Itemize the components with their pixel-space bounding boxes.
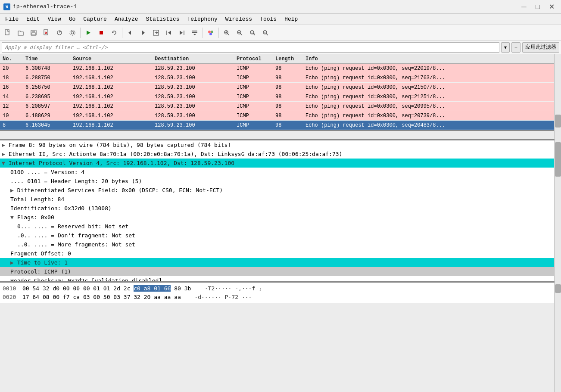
apply-filter-button[interactable]: 应用此过滤器 xyxy=(522,42,559,53)
hex-row: 0010 00 54 32 d0 00 00 00 01 01 2d 2c c0… xyxy=(3,284,552,293)
packet-scrollthumb[interactable] xyxy=(555,115,561,128)
expand-arrow: ▶ xyxy=(10,259,17,266)
detail-row[interactable]: Header Checksum: 0x2d2c [validation disa… xyxy=(0,276,554,281)
packet-row[interactable]: 18 6.288750 192.168.1.102 128.59.23.100 … xyxy=(0,73,554,83)
packet-row[interactable]: 8 6.163045 192.168.1.102 128.59.23.100 I… xyxy=(0,121,554,130)
packet-info: Echo (ping) request id=0x0300, seq=22019… xyxy=(304,65,554,72)
detail-text: 0... .... = Reserved bit: Not set xyxy=(17,223,128,230)
close-capture-button[interactable] xyxy=(41,27,53,39)
hex-row: 0020 17 64 08 00 f7 ca 03 00 50 03 37 32… xyxy=(3,293,552,302)
filter-add-button[interactable]: + xyxy=(511,42,520,53)
window-controls: ─ □ ✕ xyxy=(518,2,558,12)
detail-row[interactable]: Total Length: 84 xyxy=(0,195,554,204)
start-capture-button[interactable] xyxy=(82,27,94,39)
detail-row[interactable]: ▼ Flags: 0x00 xyxy=(0,213,554,222)
hex-ascii-highlight: ···f xyxy=(242,285,255,292)
app-icon: W xyxy=(3,3,10,10)
go-first-button[interactable] xyxy=(163,27,175,39)
filter-input[interactable] xyxy=(2,42,499,53)
detail-text: Protocol: ICMP (1) xyxy=(10,268,71,275)
expand-arrow: ▶ xyxy=(2,142,9,148)
hex-offset: 0020 xyxy=(3,293,19,302)
detail-row[interactable]: ▶ Time to Live: 1 xyxy=(0,258,554,267)
packet-len: 98 xyxy=(274,94,304,100)
detail-row[interactable]: ..0. .... = More fragments: Not set xyxy=(0,240,554,249)
detail-text: Flags: 0x00 xyxy=(17,214,54,221)
open-button[interactable] xyxy=(15,27,27,39)
detail-row[interactable]: .0.. .... = Don't fragment: Not set xyxy=(0,231,554,240)
detail-text: Total Length: 84 xyxy=(10,196,64,202)
detail-row[interactable]: ▶ Frame 8: 98 bytes on wire (784 bits), … xyxy=(0,140,554,149)
packet-time: 6.188629 xyxy=(24,113,71,119)
colorize-button[interactable] xyxy=(205,27,217,39)
packet-row[interactable]: 14 6.238695 192.168.1.102 128.59.23.100 … xyxy=(0,92,554,102)
packet-dst: 128.59.23.100 xyxy=(153,103,235,109)
go-back-button[interactable] xyxy=(124,27,136,39)
maximize-button[interactable]: □ xyxy=(532,2,544,12)
hex-highlight: c0 a8 01 66 xyxy=(134,285,171,292)
hex-scrolltrack xyxy=(555,284,561,392)
filter-dropdown-button[interactable]: ▾ xyxy=(501,42,510,53)
menu-item-wireless[interactable]: Wireless xyxy=(222,15,256,23)
menu-item-file[interactable]: File xyxy=(2,15,22,23)
detail-row[interactable]: 0100 .... = Version: 4 xyxy=(0,168,554,177)
details-scrollthumb[interactable] xyxy=(555,142,561,177)
menu-item-tools[interactable]: Tools xyxy=(256,15,280,23)
menu-item-help[interactable]: Help xyxy=(281,15,301,23)
menu-item-view[interactable]: View xyxy=(44,15,64,23)
new-button[interactable] xyxy=(2,27,14,39)
svg-line-29 xyxy=(228,34,229,35)
packet-time: 6.163045 xyxy=(24,122,71,128)
autoscroll-button[interactable] xyxy=(189,27,201,39)
hex-scrollthumb[interactable] xyxy=(555,284,561,293)
packet-no: 16 xyxy=(0,84,24,90)
close-button[interactable]: ✕ xyxy=(545,2,558,12)
go-last-button[interactable] xyxy=(176,27,188,39)
svg-point-8 xyxy=(71,31,74,34)
detail-text: Header Checksum: 0x2d2c [validation disa… xyxy=(10,277,162,281)
hex-scrollbar[interactable] xyxy=(554,283,561,392)
detail-row[interactable]: ▼ Internet Protocol Version 4, Src: 192.… xyxy=(0,159,554,168)
packet-row[interactable]: 12 6.208597 192.168.1.102 128.59.23.100 … xyxy=(0,102,554,111)
detail-row[interactable]: ▶ Ethernet II, Src: Actionte_8a:70:1a (0… xyxy=(0,149,554,159)
toolbar-separator-4 xyxy=(218,28,219,38)
detail-row[interactable]: 0... .... = Reserved bit: Not set xyxy=(0,222,554,231)
packet-row[interactable]: 10 6.188629 192.168.1.102 128.59.23.100 … xyxy=(0,111,554,121)
go-forward-button[interactable] xyxy=(137,27,149,39)
menu-item-statistics[interactable]: Statistics xyxy=(142,15,183,23)
reload-button[interactable] xyxy=(53,27,65,39)
toolbar-separator-3 xyxy=(203,28,203,38)
packet-proto: ICMP xyxy=(235,122,274,128)
capture-options-button[interactable] xyxy=(66,27,78,39)
packet-no: 12 xyxy=(0,103,24,109)
zoom-in-button[interactable] xyxy=(221,27,233,39)
zoom-reset-button[interactable]: 1:1 xyxy=(246,27,259,39)
detail-text: Fragment Offset: 0 xyxy=(10,250,71,257)
detail-row[interactable]: ▶ Differentiated Services Field: 0x00 (D… xyxy=(0,186,554,195)
restart-capture-button[interactable] xyxy=(108,27,120,39)
details-scrollbar[interactable] xyxy=(554,140,561,281)
menu-item-edit[interactable]: Edit xyxy=(23,15,43,23)
packet-len: 98 xyxy=(274,122,304,128)
detail-row[interactable]: .... 0101 = Header Length: 20 bytes (5) xyxy=(0,177,554,186)
menu-bar: FileEditViewGoCaptureAnalyzeStatisticsTe… xyxy=(0,14,561,25)
detail-row[interactable]: Fragment Offset: 0 xyxy=(0,249,554,258)
zoom-out-button[interactable] xyxy=(234,27,246,39)
detail-row[interactable]: Identification: 0x32d0 (13008) xyxy=(0,204,554,213)
save-button[interactable] xyxy=(28,27,40,39)
stop-capture-button[interactable] xyxy=(95,27,107,39)
zoom-fit-button[interactable]: fit xyxy=(259,27,271,39)
detail-row[interactable]: Protocol: ICMP (1) xyxy=(0,267,554,276)
menu-item-go[interactable]: Go xyxy=(65,15,79,23)
go-to-packet-button[interactable] xyxy=(150,27,162,39)
menu-item-telephony[interactable]: Telephony xyxy=(184,15,221,23)
minimize-button[interactable]: ─ xyxy=(518,2,530,12)
packet-row[interactable]: 20 6.308748 192.168.1.102 128.59.23.100 … xyxy=(0,64,554,73)
toolbar: 1:1 fit xyxy=(0,25,561,40)
packet-row[interactable]: 16 6.258750 192.168.1.102 128.59.23.100 … xyxy=(0,83,554,92)
details-scrolltrack xyxy=(555,142,561,283)
hex-ascii: ·T2····· -,···f ; xyxy=(194,284,262,293)
menu-item-analyze[interactable]: Analyze xyxy=(111,15,142,23)
packet-list-scrollbar[interactable] xyxy=(554,54,561,139)
menu-item-capture[interactable]: Capture xyxy=(80,15,110,23)
